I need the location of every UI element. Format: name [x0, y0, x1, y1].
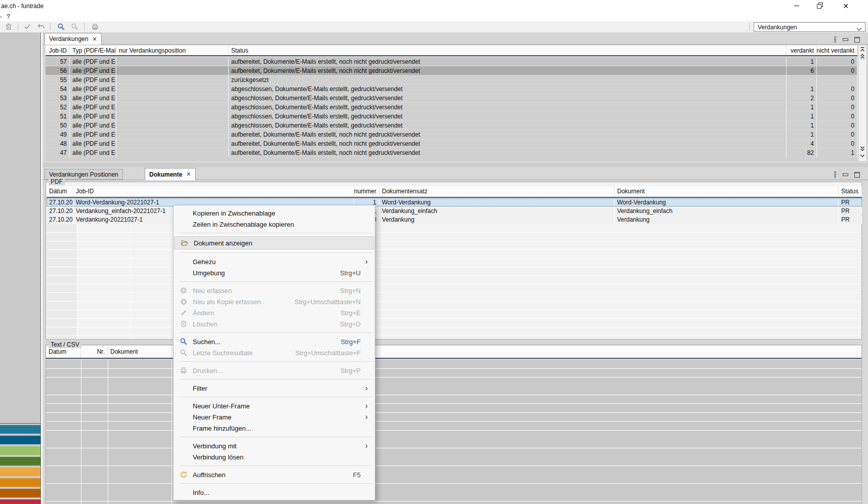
panel-minimize-icon[interactable] [842, 171, 849, 180]
panel-minimize-icon[interactable] [842, 36, 849, 45]
column-header-datum[interactable]: Datum [47, 186, 73, 196]
column-header-typ-pdf-e-mail[interactable]: Typ (PDF/E-Mail) [70, 46, 116, 55]
menu-item-neuer-unter-frame[interactable]: Neuer Unter-Frame› [173, 400, 375, 411]
menu-item-auffrischen[interactable]: AuffrischenF5 [173, 469, 375, 480]
menu-item-neu-erfassen[interactable]: Neu erfassenStrg+N [173, 285, 375, 296]
cell-typ: alle (PDF und E-Mail) [70, 85, 116, 93]
column-header-nur-verdankungsposition[interactable]: nur Verdankungsposition [116, 46, 229, 55]
toolbar-search-icon[interactable] [57, 22, 66, 31]
menu-item-gehezu[interactable]: Gehezu› [173, 256, 375, 267]
menu-item-neuer-frame[interactable]: Neuer Frame› [173, 411, 375, 423]
table-row-job-48[interactable]: 48alle (PDF und E-Mail)aufbereitet, Doku… [46, 139, 857, 148]
menu-item-shortcut: Strg+F [341, 338, 361, 346]
help-menu[interactable]: ? [7, 13, 10, 20]
table-row-job-51[interactable]: 51alle (PDF und E-Mail)abgeschlossen, Do… [46, 112, 857, 120]
cell-typ: alle (PDF und E-Mail) [70, 103, 116, 111]
view-dropdown-value: Verdankungen [758, 24, 797, 31]
sidebar-frame-item[interactable] [0, 478, 40, 487]
tab-close-icon[interactable]: ✕ [186, 172, 191, 177]
cell-nur_pos [116, 121, 229, 130]
panel-maximize-icon[interactable] [853, 36, 861, 45]
toolbar-check-icon[interactable] [23, 22, 32, 31]
column-header-verdankt[interactable]: verdankt [787, 46, 817, 55]
table-row-job-55[interactable]: 55alle (PDF und E-Mail)zurückgesetzt [46, 75, 857, 84]
close-button[interactable]: ✕ [835, 0, 857, 12]
cell-typ: alle (PDF und E-Mail) [70, 94, 116, 102]
panel-splitter[interactable] [42, 163, 868, 167]
toolbar-search-last-icon[interactable] [70, 22, 79, 31]
pdf-row-word-verdankung-20221027-1[interactable]: 27.10.2022Word-Verdankung-20221027-11Wor… [47, 198, 862, 206]
menu-item-suchen[interactable]: Suchen...Strg+F [173, 336, 375, 347]
column-header-dokument[interactable]: Dokument [108, 346, 171, 358]
minimize-button[interactable] [788, 0, 805, 12]
scroll-pagedown-icon[interactable] [859, 146, 865, 152]
toolbar-trash-icon[interactable] [4, 22, 13, 31]
toolbar-print-icon[interactable] [91, 22, 100, 31]
column-header-laufnummer[interactable]: Laufnummer [354, 186, 379, 196]
scroll-top-icon[interactable] [859, 47, 865, 53]
column-header-status[interactable]: Status [839, 186, 862, 196]
sidebar-frame-item[interactable] [0, 457, 40, 466]
tab-dokumente[interactable]: Dokumente ✕ [145, 168, 196, 180]
menu-item-drucken[interactable]: Drucken...Strg+P [173, 365, 375, 376]
table-row-job-54[interactable]: 54alle (PDF und E-Mail)abgeschlossen, Do… [46, 85, 857, 93]
panel-menu-icon[interactable] [833, 171, 838, 180]
table-row-job-49[interactable]: 49alle (PDF und E-Mail)aufbereitet, Doku… [46, 130, 857, 139]
menu-fragment[interactable]: - [0, 13, 2, 20]
panel-maximize-icon[interactable] [853, 171, 861, 180]
menu-item-kopieren-in-zwischenablage[interactable]: Kopieren in Zwischenablage [173, 207, 375, 219]
menu-item-dokument-anzeigen[interactable]: Dokument anzeigen [174, 236, 374, 249]
menu-item-umgebung[interactable]: UmgebungStrg+U [173, 267, 375, 278]
table-row-job-50[interactable]: 50alle (PDF und E-Mail)abgeschlossen, Do… [46, 121, 857, 130]
menu-item-l-schen[interactable]: LöschenStrg+D [173, 318, 375, 329]
restore-button[interactable] [811, 0, 829, 12]
sidebar-frame-item[interactable] [0, 489, 40, 497]
menu-item-verbindung-mit[interactable]: Verbindung mit› [173, 440, 375, 451]
column-header-dokument[interactable]: Dokument [615, 186, 839, 196]
scroll-down-icon[interactable] [859, 153, 865, 159]
menu-item-ndern[interactable]: ÄndernStrg+E [173, 307, 375, 318]
tab-close-icon[interactable]: ✕ [92, 36, 97, 42]
table-row-job-53[interactable]: 53alle (PDF und E-Mail)abgeschlossen, Do… [46, 94, 857, 102]
column-header-dokumentensatz[interactable]: Dokumentensatz [379, 186, 615, 196]
table-row-job-56[interactable]: 56alle (PDF und E-Mail)aufbereitet, Doku… [46, 66, 857, 75]
menu-item-filter[interactable]: Filter› [173, 383, 375, 394]
menu-item-info[interactable]: Info... [173, 487, 375, 498]
view-dropdown[interactable]: Verdankungen [754, 22, 865, 32]
menu-item-letzte-suchresultate[interactable]: Letzte SuchresultateStrg+Umschalttaste+F [173, 347, 375, 358]
toolbar-undo-icon[interactable] [36, 22, 46, 31]
table-row-job-52[interactable]: 52alle (PDF und E-Mail)abgeschlossen, Do… [46, 103, 857, 111]
sidebar-frame-item[interactable] [0, 468, 40, 476]
cell-verdankt [787, 75, 817, 84]
window-title: ae.ch - funtrade [1, 3, 44, 10]
menu-item-neu-als-kopie-erfassen[interactable]: Neu als Kopie erfassenStrg+Umschalttaste… [173, 296, 375, 307]
sidebar-frame-item[interactable] [0, 446, 40, 455]
menu-item-frame-hinzuf-gen[interactable]: Frame hinzufügen... [173, 423, 375, 434]
pdf-row-verdankung-einfach-20221027-1[interactable]: 27.10.2022Verdankung_einfach-20221027-11… [47, 207, 862, 215]
toolbar-grip[interactable] [84, 23, 86, 30]
menu-item-verbindung-l-sen[interactable]: Verbindung lösen [173, 451, 375, 463]
column-header-job-id[interactable]: Job-ID [46, 46, 70, 55]
panel-menu-icon[interactable] [833, 35, 838, 45]
toolbar-grip[interactable] [749, 23, 751, 31]
sidebar-frame-item[interactable] [0, 499, 40, 504]
column-header-status[interactable]: Status [229, 46, 787, 55]
cell-status: zurückgesetzt [229, 75, 787, 84]
scroll-pageup-icon[interactable] [859, 53, 865, 59]
column-header-nicht-verdankt[interactable]: nicht verdankt [817, 46, 857, 55]
column-header-nr[interactable]: Nr. [81, 346, 108, 358]
cell-job_id: 47 [46, 148, 70, 157]
column-header-job-id[interactable]: Job-ID [73, 186, 354, 196]
pdf-row-verdankung-20221027-1[interactable]: 27.10.2022Verdankung-20221027-10Verdanku… [47, 216, 862, 224]
cell-verdankt: 1 [787, 112, 817, 120]
table-row-job-47[interactable]: 47alle (PDF und E-Mail)aufbereitet, Doku… [46, 148, 857, 157]
tab-verdankungen[interactable]: Verdankungen ✕ [45, 33, 102, 45]
folder-open-icon [179, 239, 191, 247]
menu-item-zeilen-in-zwischenablage-kopieren[interactable]: Zeilen in Zwischenablage kopieren [173, 219, 375, 230]
menu-item-shortcut: Strg+P [340, 367, 361, 374]
sidebar-frame-item[interactable] [0, 425, 40, 434]
sidebar-frame-item[interactable] [0, 436, 40, 444]
toolbar-grip[interactable] [50, 23, 52, 30]
table-row-job-57[interactable]: 57alle (PDF und E-Mail)aufbereitet, Doku… [46, 57, 857, 66]
scrollbar-vertical[interactable] [859, 46, 866, 161]
